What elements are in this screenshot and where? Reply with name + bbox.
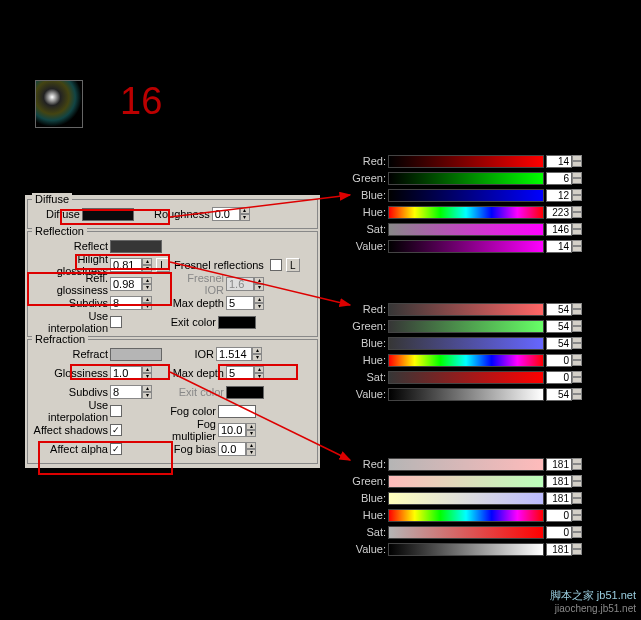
- value-value[interactable]: 54: [546, 388, 572, 401]
- red-slider[interactable]: [388, 303, 544, 316]
- value-spinner[interactable]: [572, 240, 582, 253]
- fog-mult-spinner[interactable]: ▴▾: [246, 423, 256, 437]
- refl-subdivs-input[interactable]: 8: [110, 296, 142, 310]
- refr-gloss-input[interactable]: 1.0: [110, 366, 142, 380]
- fog-bias-label: Fog bias: [162, 443, 218, 455]
- value-spinner[interactable]: [572, 543, 582, 556]
- diffuse-color-swatch[interactable]: [82, 208, 134, 221]
- value-value[interactable]: 181: [546, 543, 572, 556]
- hue-value[interactable]: 223: [546, 206, 572, 219]
- green-value[interactable]: 6: [546, 172, 572, 185]
- value-slider[interactable]: [388, 388, 544, 401]
- sat-value[interactable]: 146: [546, 223, 572, 236]
- sat-slider[interactable]: [388, 223, 544, 236]
- refl-gloss-input[interactable]: 0.98: [110, 277, 142, 291]
- blue-slider[interactable]: [388, 189, 544, 202]
- fog-color-swatch[interactable]: [218, 405, 256, 418]
- refl-gloss-spinner[interactable]: ▴▾: [142, 277, 152, 291]
- refl-interp-checkbox[interactable]: [110, 316, 122, 328]
- blue-spinner[interactable]: [572, 492, 582, 505]
- red-slider[interactable]: [388, 155, 544, 168]
- green-slider[interactable]: [388, 475, 544, 488]
- roughness-spinner[interactable]: ▴▾: [240, 207, 250, 221]
- value-label: Value:: [352, 240, 388, 252]
- green-spinner[interactable]: [572, 172, 582, 185]
- hue-slider[interactable]: [388, 509, 544, 522]
- fresnel-l-button[interactable]: L: [286, 258, 300, 272]
- ior-spinner[interactable]: ▴▾: [252, 347, 262, 361]
- green-slider[interactable]: [388, 320, 544, 333]
- sat-label: Sat:: [352, 223, 388, 235]
- value-spinner[interactable]: [572, 388, 582, 401]
- hue-value[interactable]: 0: [546, 354, 572, 367]
- blue-value[interactable]: 54: [546, 337, 572, 350]
- refraction-title: Refraction: [32, 333, 88, 345]
- hue-spinner[interactable]: [572, 354, 582, 367]
- roughness-input[interactable]: 0.0: [212, 207, 240, 221]
- refr-subdivs-input[interactable]: 8: [110, 385, 142, 399]
- fog-bias-input[interactable]: 0.0: [218, 442, 246, 456]
- refl-exit-color-swatch[interactable]: [218, 316, 256, 329]
- value-slider[interactable]: [388, 543, 544, 556]
- sat-spinner[interactable]: [572, 371, 582, 384]
- hue-slider[interactable]: [388, 354, 544, 367]
- value-value[interactable]: 14: [546, 240, 572, 253]
- green-value[interactable]: 181: [546, 475, 572, 488]
- refr-gloss-spinner[interactable]: ▴▾: [142, 366, 152, 380]
- refl-maxdepth-input[interactable]: 5: [226, 296, 254, 310]
- blue-spinner[interactable]: [572, 337, 582, 350]
- watermark: 脚本之家 jb51.net jiaocheng.jb51.net: [550, 588, 636, 615]
- diffuse-label: Diffuse: [32, 208, 82, 220]
- refl-subdivs-spinner[interactable]: ▴▾: [142, 296, 152, 310]
- affect-shadows-checkbox[interactable]: ✓: [110, 424, 122, 436]
- red-value[interactable]: 54: [546, 303, 572, 316]
- hue-spinner[interactable]: [572, 206, 582, 219]
- fog-mult-input[interactable]: 10.0: [218, 423, 246, 437]
- diffuse-title: Diffuse: [32, 193, 72, 205]
- hilight-gloss-input[interactable]: 0.81: [110, 258, 142, 272]
- refract-color-swatch[interactable]: [110, 348, 162, 361]
- red-spinner[interactable]: [572, 303, 582, 316]
- red-spinner[interactable]: [572, 155, 582, 168]
- sat-slider[interactable]: [388, 371, 544, 384]
- refr-maxdepth-spinner[interactable]: ▴▾: [254, 366, 264, 380]
- red-spinner[interactable]: [572, 458, 582, 471]
- blue-value[interactable]: 181: [546, 492, 572, 505]
- blue-value[interactable]: 12: [546, 189, 572, 202]
- green-spinner[interactable]: [572, 320, 582, 333]
- sat-spinner[interactable]: [572, 223, 582, 236]
- green-label: Green:: [352, 475, 388, 487]
- affect-alpha-checkbox[interactable]: ✓: [110, 443, 122, 455]
- hilight-l-button[interactable]: L: [156, 258, 170, 272]
- value-slider[interactable]: [388, 240, 544, 253]
- ior-label: IOR: [192, 348, 216, 360]
- ior-input[interactable]: 1.514: [216, 347, 252, 361]
- hue-slider[interactable]: [388, 206, 544, 219]
- refr-exit-color-swatch[interactable]: [226, 386, 264, 399]
- blue-label: Blue:: [352, 189, 388, 201]
- sat-value[interactable]: 0: [546, 371, 572, 384]
- sat-spinner[interactable]: [572, 526, 582, 539]
- hue-label: Hue:: [352, 509, 388, 521]
- hue-value[interactable]: 0: [546, 509, 572, 522]
- blue-spinner[interactable]: [572, 189, 582, 202]
- red-slider[interactable]: [388, 458, 544, 471]
- reflect-color-swatch[interactable]: [110, 240, 162, 253]
- sat-slider[interactable]: [388, 526, 544, 539]
- red-value[interactable]: 14: [546, 155, 572, 168]
- sat-value[interactable]: 0: [546, 526, 572, 539]
- refl-maxdepth-spinner[interactable]: ▴▾: [254, 296, 264, 310]
- hilight-gloss-spinner[interactable]: ▴▾: [142, 258, 152, 272]
- fresnel-checkbox[interactable]: [270, 259, 282, 271]
- green-value[interactable]: 54: [546, 320, 572, 333]
- blue-slider[interactable]: [388, 492, 544, 505]
- refr-interp-checkbox[interactable]: [110, 405, 122, 417]
- hue-spinner[interactable]: [572, 509, 582, 522]
- green-slider[interactable]: [388, 172, 544, 185]
- fog-bias-spinner[interactable]: ▴▾: [246, 442, 256, 456]
- blue-slider[interactable]: [388, 337, 544, 350]
- refr-subdivs-spinner[interactable]: ▴▾: [142, 385, 152, 399]
- refr-maxdepth-input[interactable]: 5: [226, 366, 254, 380]
- red-value[interactable]: 181: [546, 458, 572, 471]
- green-spinner[interactable]: [572, 475, 582, 488]
